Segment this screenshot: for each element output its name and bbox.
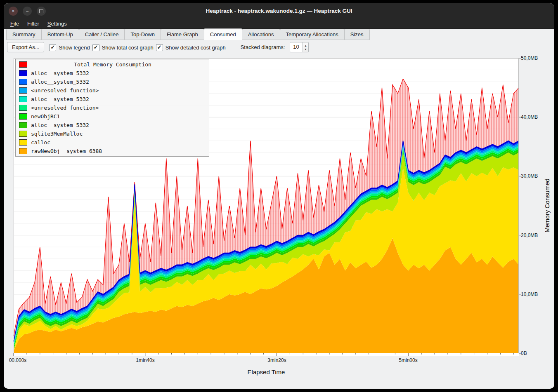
show-total-cost-graph-checkbox-box: ✓ <box>92 44 99 51</box>
legend-item: sqlite3MemMalloc <box>16 129 209 138</box>
toolbar: Export As... ✓Show legend✓Show total cos… <box>7 42 309 53</box>
tab-summary[interactable]: Summary <box>6 29 42 40</box>
legend-swatch <box>19 61 27 68</box>
legend-swatch <box>19 105 27 111</box>
legend-item: alloc__system_5332 <box>16 95 209 103</box>
stacked-diagrams-spinbox[interactable]: 10 ▲ ▼ <box>290 42 308 52</box>
checkbox-show-detailed-cost-graph[interactable]: ✓Show detailed cost graph <box>156 44 226 51</box>
menubar: FileFilterSettings <box>4 19 554 29</box>
stacked-diagrams-value: 10 <box>290 42 303 52</box>
show-detailed-cost-graph-label: Show detailed cost graph <box>166 45 226 51</box>
legend-swatch <box>19 113 27 120</box>
legend-item-label: rawNewObj__system_6388 <box>31 148 102 154</box>
legend-item-label: calloc <box>31 139 50 146</box>
maximize-icon <box>39 9 43 13</box>
x-axis-label: 3min20s <box>267 357 286 363</box>
legend-item: alloc__system_5332 <box>16 77 209 86</box>
legend-title: Total Memory Consumption <box>31 61 206 68</box>
legend-swatch <box>19 139 27 146</box>
legend-item-label: <unresolved function> <box>31 87 99 94</box>
show-legend-label: Show legend <box>59 45 90 51</box>
close-button[interactable]: × <box>9 7 18 16</box>
legend-swatch <box>19 96 27 102</box>
window-controls: × − <box>9 7 46 16</box>
legend-swatch <box>19 70 27 76</box>
legend-item: rawNewObj__system_6388 <box>16 147 209 155</box>
legend-swatch <box>19 122 27 128</box>
show-legend-checkbox-box: ✓ <box>49 44 56 51</box>
tab-sizes[interactable]: Sizes <box>344 29 370 40</box>
tab-flame-graph[interactable]: Flame Graph <box>161 29 204 40</box>
tab-consumed[interactable]: Consumed <box>204 28 242 40</box>
legend-item-label: alloc__system_5332 <box>31 122 89 128</box>
spin-down-button[interactable]: ▼ <box>304 47 307 51</box>
window-title: Heaptrack - heaptrack.wakunode.1.gz — He… <box>4 3 554 19</box>
tab-caller-callee[interactable]: Caller / Callee <box>79 29 125 40</box>
legend-item-label: newObjRC1 <box>31 113 60 120</box>
spinner-arrows: ▲ ▼ <box>303 42 308 52</box>
minimize-icon: − <box>26 8 28 14</box>
tab-allocations[interactable]: Allocations <box>242 29 280 40</box>
checkbox-show-total-cost-graph[interactable]: ✓Show total cost graph <box>92 44 154 51</box>
tab-bottom-up[interactable]: Bottom-Up <box>41 29 79 40</box>
tab-bar: SummaryBottom-UpCaller / CalleeTop-DownF… <box>6 29 369 40</box>
legend-swatch <box>19 131 27 137</box>
legend-item: alloc__system_5332 <box>16 121 209 129</box>
menu-filter[interactable]: Filter <box>23 19 43 28</box>
legend-swatch <box>19 87 27 94</box>
legend-swatch <box>19 79 27 85</box>
checkbox-show-legend[interactable]: ✓Show legend <box>49 44 90 51</box>
legend-title-row: Total Memory Consumption <box>16 60 209 69</box>
legend-item: newObjRC1 <box>16 112 209 121</box>
legend-item-label: <unresolved function> <box>31 105 99 111</box>
legend-swatch <box>19 148 27 154</box>
checkbox-group: ✓Show legend✓Show total cost graph✓Show … <box>49 43 228 51</box>
stacked-diagrams-label: Stacked diagrams: <box>241 44 285 50</box>
legend-item: alloc__system_5332 <box>16 69 209 77</box>
maximize-button[interactable] <box>37 7 46 16</box>
menu-settings[interactable]: Settings <box>43 19 71 28</box>
legend-item-label: sqlite3MemMalloc <box>31 131 83 137</box>
x-axis-label: 5min00s <box>399 357 417 363</box>
x-axis-label: 00.000s <box>9 357 27 363</box>
tab-top-down[interactable]: Top-Down <box>124 29 161 40</box>
titlebar: Heaptrack - heaptrack.wakunode.1.gz — He… <box>4 3 554 19</box>
tab-temporary-allocations[interactable]: Temporary Allocations <box>280 29 345 40</box>
legend-item: <unresolved function> <box>16 103 209 112</box>
legend-item-label: alloc__system_5332 <box>31 70 89 76</box>
menu-file[interactable]: File <box>6 19 23 28</box>
export-as-button[interactable]: Export As... <box>7 42 44 52</box>
legend-item: <unresolved function> <box>16 86 209 95</box>
chart-legend: Total Memory Consumptionalloc__system_53… <box>15 59 209 157</box>
app-window: Heaptrack - heaptrack.wakunode.1.gz — He… <box>4 3 554 389</box>
show-total-cost-graph-label: Show total cost graph <box>102 45 154 51</box>
x-axis-label: 1min40s <box>136 357 154 363</box>
close-icon: × <box>12 8 14 14</box>
spin-up-button[interactable]: ▲ <box>304 44 307 47</box>
legend-item-label: alloc__system_5332 <box>31 96 89 102</box>
x-axis-title: Elapsed Time <box>14 369 519 376</box>
legend-item: calloc <box>16 138 209 147</box>
y-axis-title: Memory Consumed <box>541 58 552 353</box>
show-detailed-cost-graph-checkbox-box: ✓ <box>156 44 163 51</box>
legend-item-label: alloc__system_5332 <box>31 79 89 85</box>
minimize-button[interactable]: − <box>23 7 32 16</box>
